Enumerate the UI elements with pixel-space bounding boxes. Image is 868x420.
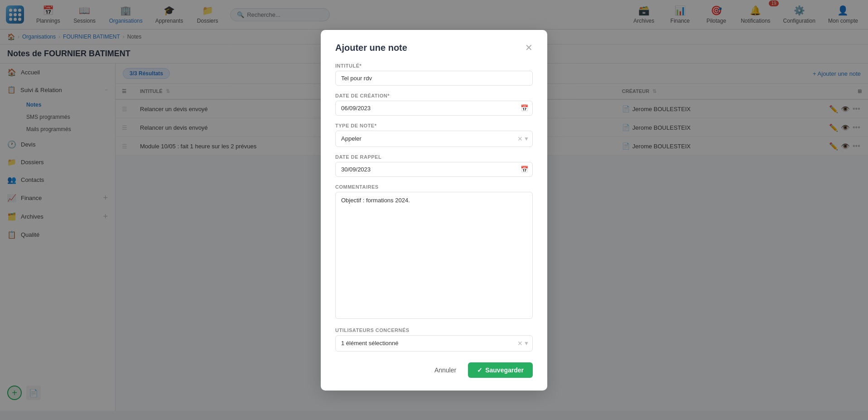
date-creation-label: DATE DE CRÉATION* bbox=[335, 93, 533, 98]
utilisateurs-select-value[interactable]: 1 élément sélectionné bbox=[335, 335, 533, 352]
utilisateurs-select: 1 élément sélectionné ✕ ▼ bbox=[335, 335, 533, 352]
modal-overlay: Ajouter une note ✕ INTITULÉ* DATE DE CRÉ… bbox=[0, 0, 868, 411]
date-creation-field-group: DATE DE CRÉATION* 📅 bbox=[335, 93, 533, 116]
modal-header: Ajouter une note ✕ bbox=[335, 43, 533, 53]
type-note-field-group: TYPE DE NOTE* Appeler ✕ ▼ bbox=[335, 123, 533, 147]
utilisateurs-arrow-icon[interactable]: ▼ bbox=[524, 340, 529, 347]
commentaires-label: COMMENTAIRES bbox=[335, 184, 533, 190]
date-creation-cal-icon[interactable]: 📅 bbox=[521, 104, 528, 112]
type-note-arrow-icon[interactable]: ▼ bbox=[524, 136, 529, 142]
date-creation-wrap: 📅 bbox=[335, 101, 533, 116]
type-note-label: TYPE DE NOTE* bbox=[335, 123, 533, 128]
type-note-select-icons: ✕ ▼ bbox=[514, 135, 533, 142]
save-check-icon: ✓ bbox=[477, 366, 482, 374]
commentaires-field-group: COMMENTAIRES Objectif : formations 2024. bbox=[335, 184, 533, 320]
date-rappel-field-group: DATE DE RAPPEL 📅 bbox=[335, 154, 533, 177]
intitule-label: INTITULÉ* bbox=[335, 63, 533, 68]
date-rappel-wrap: 📅 bbox=[335, 162, 533, 177]
save-button[interactable]: ✓ Sauvegarder bbox=[468, 362, 533, 378]
date-creation-input[interactable] bbox=[335, 101, 533, 116]
modal-title: Ajouter une note bbox=[335, 43, 407, 53]
type-note-select-value[interactable]: Appeler bbox=[335, 131, 533, 147]
intitule-field-group: INTITULÉ* bbox=[335, 63, 533, 86]
modal-footer: Annuler ✓ Sauvegarder bbox=[335, 362, 533, 378]
commentaires-textarea[interactable]: Objectif : formations 2024. bbox=[335, 192, 533, 319]
date-rappel-cal-icon[interactable]: 📅 bbox=[521, 166, 528, 173]
modal-close-button[interactable]: ✕ bbox=[525, 43, 533, 52]
date-rappel-input[interactable] bbox=[335, 162, 533, 177]
utilisateurs-label: UTILISATEURS CONCERNÉS bbox=[335, 327, 533, 333]
utilisateurs-field-group: UTILISATEURS CONCERNÉS 1 élément sélecti… bbox=[335, 327, 533, 352]
type-note-clear-icon[interactable]: ✕ bbox=[517, 135, 523, 142]
cancel-button[interactable]: Annuler bbox=[427, 363, 463, 377]
intitule-input[interactable] bbox=[335, 71, 533, 86]
type-note-select: Appeler ✕ ▼ bbox=[335, 131, 533, 147]
utilisateurs-clear-icon[interactable]: ✕ bbox=[517, 340, 523, 347]
add-note-modal: Ajouter une note ✕ INTITULÉ* DATE DE CRÉ… bbox=[321, 30, 547, 391]
save-button-label: Sauvegarder bbox=[485, 366, 524, 374]
date-rappel-label: DATE DE RAPPEL bbox=[335, 154, 533, 160]
utilisateurs-select-icons: ✕ ▼ bbox=[514, 340, 533, 347]
